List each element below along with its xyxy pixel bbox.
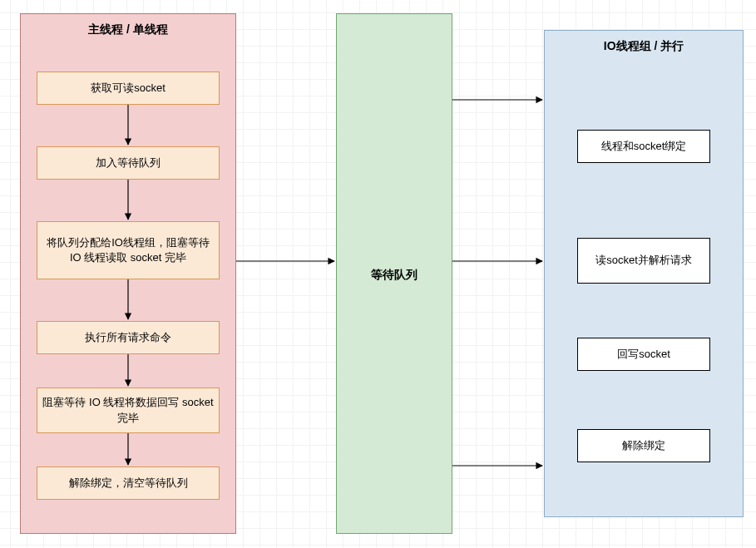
panel-wait-queue: 等待队列	[336, 13, 452, 534]
io-step-2: 读socket并解析请求	[577, 238, 710, 284]
main-step-2: 加入等待队列	[37, 146, 220, 180]
main-step-4: 执行所有请求命令	[37, 321, 220, 354]
diagram-canvas: 主线程 / 单线程 等待队列 IO线程组 / 并行 获取可读socket 加入等…	[0, 0, 756, 548]
io-step-3: 回写socket	[577, 338, 710, 371]
io-step-1: 线程和socket绑定	[577, 130, 710, 163]
main-step-1: 获取可读socket	[37, 72, 220, 105]
io-step-4: 解除绑定	[577, 429, 710, 462]
main-step-6: 解除绑定，清空等待队列	[37, 467, 220, 500]
wait-queue-label: 等待队列	[337, 268, 452, 283]
main-step-5: 阻塞等待 IO 线程将数据回写 socket 完毕	[37, 388, 220, 433]
panel-title-main: 主线程 / 单线程	[21, 22, 235, 37]
main-step-3: 将队列分配给IO线程组，阻塞等待 IO 线程读取 socket 完毕	[37, 221, 220, 279]
panel-title-io: IO线程组 / 并行	[545, 39, 743, 54]
